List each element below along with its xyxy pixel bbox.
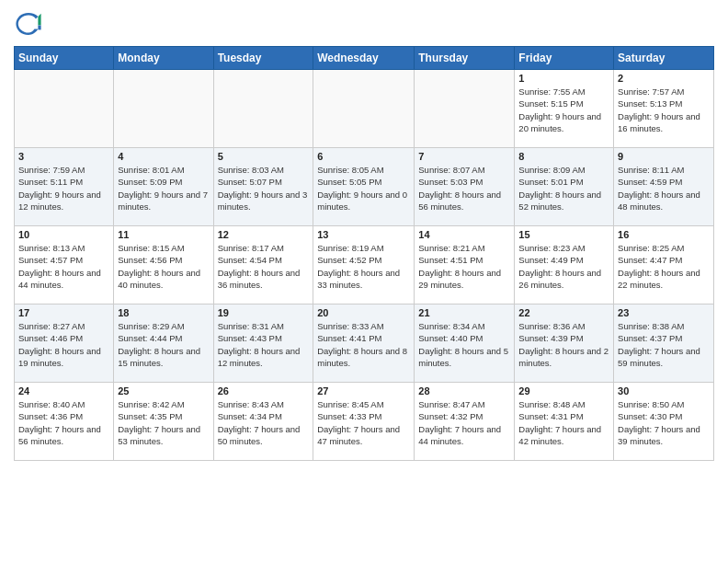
calendar-cell: 14Sunrise: 8:21 AM Sunset: 4:51 PM Dayli… <box>415 226 515 304</box>
calendar-cell: 26Sunrise: 8:43 AM Sunset: 4:34 PM Dayli… <box>213 383 313 461</box>
day-number: 15 <box>518 229 609 240</box>
day-info: Sunrise: 8:47 AM Sunset: 4:32 PM Dayligh… <box>418 398 510 447</box>
day-info: Sunrise: 8:03 AM Sunset: 5:07 PM Dayligh… <box>218 164 310 213</box>
calendar-cell: 13Sunrise: 8:19 AM Sunset: 4:52 PM Dayli… <box>313 226 415 304</box>
day-info: Sunrise: 8:23 AM Sunset: 4:49 PM Dayligh… <box>518 242 609 291</box>
header <box>14 9 714 39</box>
day-info: Sunrise: 8:33 AM Sunset: 4:41 PM Dayligh… <box>317 320 410 369</box>
calendar-header: SundayMondayTuesdayWednesdayThursdayFrid… <box>15 47 714 70</box>
day-info: Sunrise: 8:34 AM Sunset: 4:40 PM Dayligh… <box>418 320 510 369</box>
calendar-cell: 4Sunrise: 8:01 AM Sunset: 5:09 PM Daylig… <box>114 148 213 226</box>
calendar-cell: 23Sunrise: 8:38 AM Sunset: 4:37 PM Dayli… <box>614 304 714 383</box>
day-info: Sunrise: 8:27 AM Sunset: 4:46 PM Dayligh… <box>18 320 109 369</box>
weekday-header: Sunday <box>15 47 114 70</box>
day-info: Sunrise: 8:42 AM Sunset: 4:35 PM Dayligh… <box>118 398 209 447</box>
calendar-cell: 19Sunrise: 8:31 AM Sunset: 4:43 PM Dayli… <box>213 304 313 383</box>
weekday-header: Friday <box>515 47 614 70</box>
calendar-cell: 15Sunrise: 8:23 AM Sunset: 4:49 PM Dayli… <box>515 226 614 304</box>
day-info: Sunrise: 8:19 AM Sunset: 4:52 PM Dayligh… <box>317 242 410 291</box>
day-info: Sunrise: 8:40 AM Sunset: 4:36 PM Dayligh… <box>18 398 109 447</box>
calendar-cell: 25Sunrise: 8:42 AM Sunset: 4:35 PM Dayli… <box>114 383 213 461</box>
day-info: Sunrise: 8:11 AM Sunset: 4:59 PM Dayligh… <box>618 164 710 213</box>
day-number: 9 <box>618 151 710 162</box>
calendar-cell: 17Sunrise: 8:27 AM Sunset: 4:46 PM Dayli… <box>15 304 114 383</box>
day-info: Sunrise: 7:57 AM Sunset: 5:13 PM Dayligh… <box>618 86 710 134</box>
day-info: Sunrise: 7:59 AM Sunset: 5:11 PM Dayligh… <box>18 164 109 213</box>
calendar-cell <box>114 70 213 148</box>
weekday-header: Wednesday <box>313 47 415 70</box>
calendar-cell <box>213 70 313 148</box>
calendar-cell: 24Sunrise: 8:40 AM Sunset: 4:36 PM Dayli… <box>15 383 114 461</box>
day-number: 18 <box>118 307 209 318</box>
calendar-cell: 7Sunrise: 8:07 AM Sunset: 5:03 PM Daylig… <box>415 148 515 226</box>
calendar-table: SundayMondayTuesdayWednesdayThursdayFrid… <box>14 46 714 461</box>
day-info: Sunrise: 8:31 AM Sunset: 4:43 PM Dayligh… <box>218 320 310 369</box>
calendar-cell: 18Sunrise: 8:29 AM Sunset: 4:44 PM Dayli… <box>114 304 213 383</box>
day-number: 28 <box>418 385 510 396</box>
calendar-cell: 16Sunrise: 8:25 AM Sunset: 4:47 PM Dayli… <box>614 226 714 304</box>
calendar-week: 1Sunrise: 7:55 AM Sunset: 5:15 PM Daylig… <box>15 70 714 148</box>
day-number: 8 <box>518 151 609 162</box>
calendar-cell: 11Sunrise: 8:15 AM Sunset: 4:56 PM Dayli… <box>114 226 213 304</box>
day-number: 1 <box>518 73 609 84</box>
day-info: Sunrise: 8:09 AM Sunset: 5:01 PM Dayligh… <box>518 164 609 213</box>
calendar-cell: 29Sunrise: 8:48 AM Sunset: 4:31 PM Dayli… <box>515 383 614 461</box>
calendar-cell: 12Sunrise: 8:17 AM Sunset: 4:54 PM Dayli… <box>213 226 313 304</box>
weekday-header: Saturday <box>614 47 714 70</box>
calendar-cell: 30Sunrise: 8:50 AM Sunset: 4:30 PM Dayli… <box>614 383 714 461</box>
day-number: 3 <box>18 151 109 162</box>
day-number: 10 <box>18 229 109 240</box>
day-info: Sunrise: 8:29 AM Sunset: 4:44 PM Dayligh… <box>118 320 209 369</box>
calendar-week: 3Sunrise: 7:59 AM Sunset: 5:11 PM Daylig… <box>15 148 714 226</box>
calendar-body: 1Sunrise: 7:55 AM Sunset: 5:15 PM Daylig… <box>15 70 714 461</box>
calendar-cell: 8Sunrise: 8:09 AM Sunset: 5:01 PM Daylig… <box>515 148 614 226</box>
day-info: Sunrise: 8:21 AM Sunset: 4:51 PM Dayligh… <box>418 242 510 291</box>
day-number: 23 <box>618 307 710 318</box>
day-number: 29 <box>518 385 609 396</box>
day-info: Sunrise: 7:55 AM Sunset: 5:15 PM Dayligh… <box>518 86 609 134</box>
day-number: 6 <box>317 151 410 162</box>
day-info: Sunrise: 8:15 AM Sunset: 4:56 PM Dayligh… <box>118 242 209 291</box>
calendar-week: 24Sunrise: 8:40 AM Sunset: 4:36 PM Dayli… <box>15 383 714 461</box>
day-number: 14 <box>418 229 510 240</box>
calendar-cell: 21Sunrise: 8:34 AM Sunset: 4:40 PM Dayli… <box>415 304 515 383</box>
calendar-cell: 6Sunrise: 8:05 AM Sunset: 5:05 PM Daylig… <box>313 148 415 226</box>
day-number: 27 <box>317 385 410 396</box>
logo-icon <box>14 9 43 39</box>
calendar-cell: 28Sunrise: 8:47 AM Sunset: 4:32 PM Dayli… <box>415 383 515 461</box>
day-number: 19 <box>218 307 310 318</box>
day-number: 30 <box>618 385 710 396</box>
day-number: 20 <box>317 307 410 318</box>
day-info: Sunrise: 8:05 AM Sunset: 5:05 PM Dayligh… <box>317 164 410 213</box>
day-number: 21 <box>418 307 510 318</box>
calendar-cell: 3Sunrise: 7:59 AM Sunset: 5:11 PM Daylig… <box>15 148 114 226</box>
day-info: Sunrise: 8:36 AM Sunset: 4:39 PM Dayligh… <box>518 320 609 369</box>
day-number: 22 <box>518 307 609 318</box>
day-number: 2 <box>618 73 710 84</box>
calendar-week: 17Sunrise: 8:27 AM Sunset: 4:46 PM Dayli… <box>15 304 714 383</box>
day-number: 4 <box>118 151 209 162</box>
day-info: Sunrise: 8:38 AM Sunset: 4:37 PM Dayligh… <box>618 320 710 369</box>
day-number: 11 <box>118 229 209 240</box>
day-number: 25 <box>118 385 209 396</box>
day-info: Sunrise: 8:45 AM Sunset: 4:33 PM Dayligh… <box>317 398 410 447</box>
calendar-cell: 10Sunrise: 8:13 AM Sunset: 4:57 PM Dayli… <box>15 226 114 304</box>
calendar-cell: 1Sunrise: 7:55 AM Sunset: 5:15 PM Daylig… <box>515 70 614 148</box>
calendar-cell: 27Sunrise: 8:45 AM Sunset: 4:33 PM Dayli… <box>313 383 415 461</box>
day-info: Sunrise: 8:43 AM Sunset: 4:34 PM Dayligh… <box>218 398 310 447</box>
day-number: 24 <box>18 385 109 396</box>
day-number: 16 <box>618 229 710 240</box>
logo <box>14 9 47 39</box>
calendar-cell: 22Sunrise: 8:36 AM Sunset: 4:39 PM Dayli… <box>515 304 614 383</box>
day-info: Sunrise: 8:13 AM Sunset: 4:57 PM Dayligh… <box>18 242 109 291</box>
day-info: Sunrise: 8:07 AM Sunset: 5:03 PM Dayligh… <box>418 164 510 213</box>
day-number: 7 <box>418 151 510 162</box>
day-info: Sunrise: 8:25 AM Sunset: 4:47 PM Dayligh… <box>618 242 710 291</box>
weekday-header: Tuesday <box>213 47 313 70</box>
calendar-cell: 9Sunrise: 8:11 AM Sunset: 4:59 PM Daylig… <box>614 148 714 226</box>
day-number: 13 <box>317 229 410 240</box>
calendar-cell <box>313 70 415 148</box>
weekday-row: SundayMondayTuesdayWednesdayThursdayFrid… <box>15 47 714 70</box>
day-info: Sunrise: 8:17 AM Sunset: 4:54 PM Dayligh… <box>218 242 310 291</box>
day-number: 5 <box>218 151 310 162</box>
